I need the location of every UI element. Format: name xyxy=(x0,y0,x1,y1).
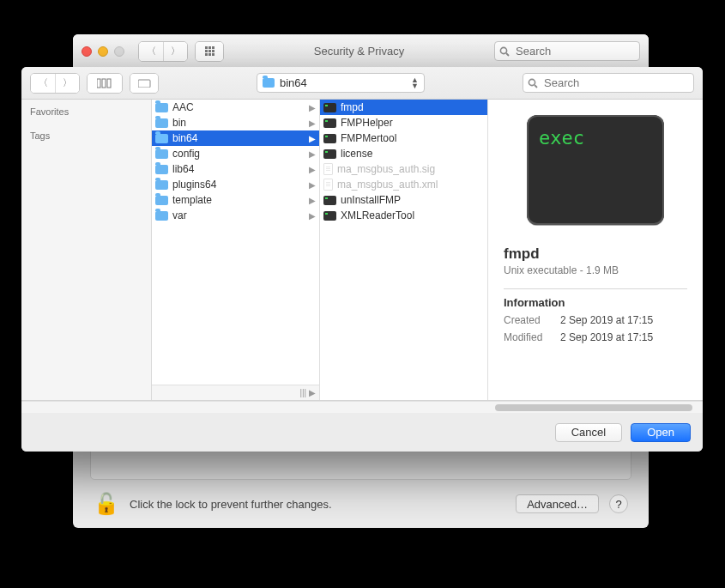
open-file-dialog: 〈 〉 bin64 ▲▼ xyxy=(21,67,703,452)
svg-rect-4 xyxy=(107,79,111,88)
exec-icon xyxy=(323,103,336,112)
svg-line-7 xyxy=(535,85,537,88)
exec-icon xyxy=(323,211,336,221)
list-item[interactable]: bin64▶ xyxy=(152,130,319,146)
list-item[interactable]: plugins64▶ xyxy=(152,177,319,192)
window-title: Security & Privacy xyxy=(231,45,487,58)
folder-icon xyxy=(155,196,168,205)
list-item-label: unInstallFMP xyxy=(341,194,401,206)
exec-icon xyxy=(323,196,336,205)
lock-icon[interactable]: 🔓 xyxy=(94,492,119,516)
history-back-button[interactable]: 〈 xyxy=(31,74,55,93)
modified-value: 2 Sep 2019 at 17:15 xyxy=(560,331,653,343)
list-item-label: fmpd xyxy=(341,101,364,113)
list-item[interactable]: ma_msgbus_auth.xml xyxy=(320,177,487,192)
svg-line-1 xyxy=(506,53,509,56)
list-item-label: license xyxy=(341,148,372,160)
history-back-forward: 〈 〉 xyxy=(30,73,80,94)
list-item[interactable]: XMLReaderTool xyxy=(320,208,487,223)
list-item-label: AAC xyxy=(172,101,194,113)
exec-icon xyxy=(323,134,336,143)
svg-rect-2 xyxy=(97,79,100,88)
dialog-scrollbar[interactable] xyxy=(21,401,703,413)
list-item[interactable]: config▶ xyxy=(152,146,319,161)
preview-filename: fmpd xyxy=(504,246,687,263)
chevron-right-icon: ▶ xyxy=(309,180,316,190)
list-item[interactable]: bin▶ xyxy=(152,115,319,130)
chevron-right-icon: ▶ xyxy=(309,118,316,128)
location-popup[interactable]: bin64 ▲▼ xyxy=(257,73,425,93)
list-item-label: template xyxy=(172,194,212,206)
doc-icon xyxy=(323,163,333,175)
dialog-body: Favorites Tags AAC▶bin▶bin64▶config▶lib6… xyxy=(21,100,703,401)
list-item[interactable]: lib64▶ xyxy=(152,161,319,177)
preview-thumbnail: exec xyxy=(527,115,664,225)
cancel-button[interactable]: Cancel xyxy=(555,423,622,442)
minimize-window-button[interactable] xyxy=(98,46,108,57)
columns-view-icon xyxy=(97,78,112,88)
open-button[interactable]: Open xyxy=(631,423,691,442)
folder-icon xyxy=(155,103,168,112)
folder-icon xyxy=(155,211,168,221)
chevron-right-icon: ▶ xyxy=(309,149,316,159)
svg-rect-3 xyxy=(102,79,106,88)
chevron-right-icon: ▶ xyxy=(309,211,316,221)
group-button[interactable] xyxy=(130,73,159,94)
dialog-toolbar: 〈 〉 bin64 ▲▼ xyxy=(21,67,703,100)
sidebar-tags-header: Tags xyxy=(30,130,142,141)
doc-icon xyxy=(323,179,333,191)
folder-icon xyxy=(155,180,168,190)
list-item[interactable]: var▶ xyxy=(152,208,319,223)
advanced-button[interactable]: Advanced… xyxy=(516,494,599,513)
created-label: Created xyxy=(504,314,560,326)
dialog-search-input[interactable] xyxy=(523,73,694,93)
list-item[interactable]: FMPHelper xyxy=(320,115,487,130)
list-item[interactable]: FMPMertool xyxy=(320,130,487,146)
list-item-label: ma_msgbus_auth.xml xyxy=(337,179,438,191)
lock-hint-text: Click the lock to prevent further change… xyxy=(130,498,332,511)
list-item-label: XMLReaderTool xyxy=(341,209,414,221)
close-window-button[interactable] xyxy=(82,46,92,57)
list-item[interactable]: fmpd xyxy=(320,100,487,115)
help-button[interactable]: ? xyxy=(609,494,628,513)
created-value: 2 Sep 2019 at 17:15 xyxy=(560,314,653,326)
list-item-label: bin64 xyxy=(172,132,197,144)
chevron-right-icon: ▶ xyxy=(309,103,316,112)
chevron-right-icon: ▶ xyxy=(309,165,316,174)
list-item[interactable]: template▶ xyxy=(152,192,319,208)
list-item-label: FMPMertool xyxy=(341,132,396,144)
chevron-right-icon: ▶ xyxy=(309,196,316,205)
exec-thumb-text: exec xyxy=(539,127,584,149)
stepper-icon: ▲▼ xyxy=(411,77,419,89)
nav-forward-button[interactable]: 〉 xyxy=(163,42,187,61)
sidebar-favorites-header: Favorites xyxy=(30,106,142,117)
list-item[interactable]: ma_msgbus_auth.sig xyxy=(320,161,487,177)
list-item[interactable]: unInstallFMP xyxy=(320,192,487,208)
svg-rect-5 xyxy=(138,80,150,88)
list-item-label: lib64 xyxy=(172,163,194,175)
list-item-label: var xyxy=(172,209,187,221)
dialog-sidebar: Favorites Tags xyxy=(21,100,152,400)
nav-back-button[interactable]: 〈 xyxy=(139,42,163,61)
list-item-label: config xyxy=(172,148,200,160)
list-item-label: bin xyxy=(172,117,186,129)
preview-pane: exec fmpd Unix executable - 1.9 MB Infor… xyxy=(488,100,703,400)
prefs-search-input[interactable] xyxy=(494,41,640,61)
list-item[interactable]: license xyxy=(320,146,487,161)
horizontal-scroll-hint: ||| ▶ xyxy=(152,385,319,400)
history-forward-button[interactable]: 〉 xyxy=(55,74,79,93)
list-item-label: plugins64 xyxy=(172,179,216,191)
list-item[interactable]: AAC▶ xyxy=(152,100,319,115)
dialog-footer: Cancel Open xyxy=(21,413,703,452)
column-1[interactable]: AAC▶bin▶bin64▶config▶lib64▶plugins64▶tem… xyxy=(152,100,320,400)
column-2[interactable]: fmpdFMPHelperFMPMertoollicensema_msgbus_… xyxy=(320,100,488,400)
search-icon xyxy=(499,46,510,57)
location-label: bin64 xyxy=(280,76,406,89)
show-all-button[interactable] xyxy=(195,41,224,62)
security-toolbar: 〈 〉 Security & Privacy xyxy=(73,34,649,69)
zoom-window-button[interactable] xyxy=(114,46,124,57)
view-mode-button[interactable] xyxy=(87,73,123,94)
folder-icon xyxy=(155,118,168,128)
folder-icon xyxy=(263,78,275,88)
nav-back-forward: 〈 〉 xyxy=(138,41,188,62)
